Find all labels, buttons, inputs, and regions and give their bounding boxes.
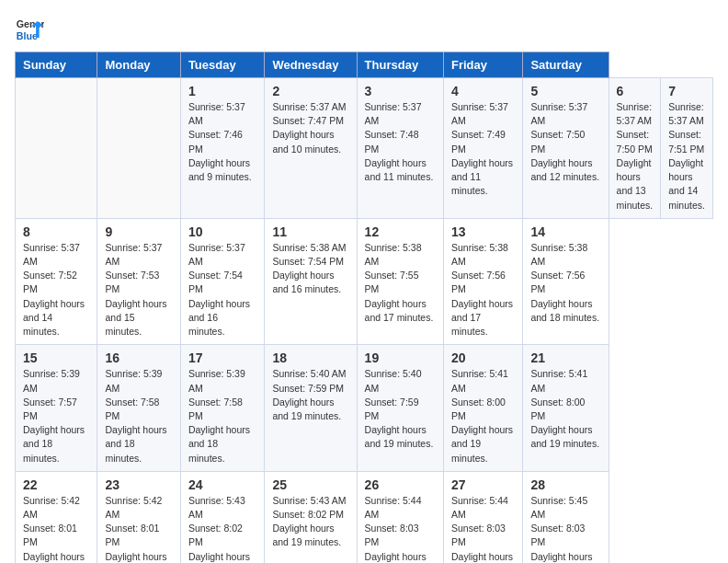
calendar-cell: 10Sunrise: 5:37 AMSunset: 7:54 PMDayligh… [180,218,265,345]
day-number: 19 [365,350,436,365]
calendar-week-3: 15Sunrise: 5:39 AMSunset: 7:57 PMDayligh… [16,345,713,472]
day-info: Sunrise: 5:37 AMSunset: 7:51 PMDaylight … [668,100,705,213]
day-info: Sunrise: 5:43 AMSunset: 8:02 PMDaylight … [272,494,348,550]
calendar-cell: 3Sunrise: 5:37 AMSunset: 7:48 PMDaylight… [357,78,443,219]
calendar-cell: 8Sunrise: 5:37 AMSunset: 7:52 PMDaylight… [16,218,97,345]
calendar-cell: 13Sunrise: 5:38 AMSunset: 7:56 PMDayligh… [444,218,523,345]
day-number: 25 [272,477,348,492]
calendar-cell: 26Sunrise: 5:44 AMSunset: 8:03 PMDayligh… [357,471,443,563]
day-info: Sunrise: 5:39 AMSunset: 7:57 PMDaylight … [23,367,89,465]
calendar-cell [97,78,180,219]
day-info: Sunrise: 5:38 AMSunset: 7:55 PMDaylight … [365,241,436,325]
column-header-sunday: Sunday [16,52,97,78]
day-number: 14 [530,224,600,239]
day-info: Sunrise: 5:43 AMSunset: 8:02 PMDaylight … [188,494,257,563]
calendar-cell: 22Sunrise: 5:42 AMSunset: 8:01 PMDayligh… [16,471,97,563]
day-number: 23 [105,477,172,492]
calendar-header-row: SundayMondayTuesdayWednesdayThursdayFrid… [16,52,713,78]
calendar-cell: 15Sunrise: 5:39 AMSunset: 7:57 PMDayligh… [16,345,97,472]
calendar-cell: 28Sunrise: 5:45 AMSunset: 8:03 PMDayligh… [523,471,609,563]
day-info: Sunrise: 5:38 AMSunset: 7:56 PMDaylight … [530,241,600,325]
column-header-tuesday: Tuesday [180,52,265,78]
day-number: 7 [668,84,705,98]
calendar-week-2: 8Sunrise: 5:37 AMSunset: 7:52 PMDaylight… [16,218,713,345]
day-number: 12 [365,224,436,239]
calendar-cell: 27Sunrise: 5:44 AMSunset: 8:03 PMDayligh… [444,471,523,563]
day-info: Sunrise: 5:37 AMSunset: 7:54 PMDaylight … [188,241,257,339]
day-number: 13 [451,224,515,239]
day-info: Sunrise: 5:44 AMSunset: 8:03 PMDaylight … [451,494,515,563]
day-info: Sunrise: 5:37 AMSunset: 7:49 PMDaylight … [451,100,515,199]
calendar-body: 1Sunrise: 5:37 AMSunset: 7:46 PMDaylight… [16,78,713,564]
day-number: 20 [451,350,515,365]
day-number: 9 [105,224,172,239]
day-number: 6 [617,84,654,98]
day-info: Sunrise: 5:39 AMSunset: 7:58 PMDaylight … [105,367,172,465]
calendar-cell: 1Sunrise: 5:37 AMSunset: 7:46 PMDaylight… [180,78,265,219]
calendar-cell: 20Sunrise: 5:41 AMSunset: 8:00 PMDayligh… [444,345,523,472]
calendar-cell: 19Sunrise: 5:40 AMSunset: 7:59 PMDayligh… [357,345,443,472]
day-number: 28 [530,477,600,492]
day-info: Sunrise: 5:41 AMSunset: 8:00 PMDaylight … [451,367,515,465]
calendar-cell: 2Sunrise: 5:37 AMSunset: 7:47 PMDaylight… [265,78,357,219]
day-info: Sunrise: 5:41 AMSunset: 8:00 PMDaylight … [530,367,600,451]
day-info: Sunrise: 5:40 AMSunset: 7:59 PMDaylight … [272,367,348,423]
calendar-cell: 14Sunrise: 5:38 AMSunset: 7:56 PMDayligh… [523,218,609,345]
calendar-cell: 24Sunrise: 5:43 AMSunset: 8:02 PMDayligh… [180,471,265,563]
day-number: 22 [23,477,89,492]
day-number: 21 [530,350,600,365]
calendar-week-1: 1Sunrise: 5:37 AMSunset: 7:46 PMDaylight… [16,78,713,219]
calendar-table: SundayMondayTuesdayWednesdayThursdayFrid… [15,52,713,563]
column-header-wednesday: Wednesday [265,52,357,78]
day-info: Sunrise: 5:40 AMSunset: 7:59 PMDaylight … [365,367,436,451]
calendar-cell: 23Sunrise: 5:42 AMSunset: 8:01 PMDayligh… [97,471,180,563]
calendar-cell: 7Sunrise: 5:37 AMSunset: 7:51 PMDaylight… [661,78,713,219]
calendar-cell: 17Sunrise: 5:39 AMSunset: 7:58 PMDayligh… [180,345,265,472]
day-number: 26 [365,477,436,492]
column-header-monday: Monday [97,52,180,78]
day-number: 15 [23,350,89,365]
column-header-friday: Friday [444,52,523,78]
calendar-cell: 5Sunrise: 5:37 AMSunset: 7:50 PMDaylight… [523,78,609,219]
day-number: 17 [188,350,257,365]
calendar-cell: 12Sunrise: 5:38 AMSunset: 7:55 PMDayligh… [357,218,443,345]
day-info: Sunrise: 5:39 AMSunset: 7:58 PMDaylight … [188,367,257,465]
calendar-cell: 18Sunrise: 5:40 AMSunset: 7:59 PMDayligh… [265,345,357,472]
logo-icon: General Blue [15,15,44,44]
calendar-cell: 6Sunrise: 5:37 AMSunset: 7:50 PMDaylight… [609,78,661,219]
day-number: 2 [272,84,348,98]
day-info: Sunrise: 5:37 AMSunset: 7:46 PMDaylight … [188,100,257,184]
day-number: 1 [188,84,257,98]
day-info: Sunrise: 5:37 AMSunset: 7:50 PMDaylight … [530,100,600,184]
column-header-thursday: Thursday [357,52,443,78]
day-info: Sunrise: 5:37 AMSunset: 7:48 PMDaylight … [365,100,436,184]
svg-text:Blue: Blue [17,30,38,41]
calendar-cell: 11Sunrise: 5:38 AMSunset: 7:54 PMDayligh… [265,218,357,345]
day-info: Sunrise: 5:42 AMSunset: 8:01 PMDaylight … [105,494,172,563]
day-number: 5 [530,84,600,98]
page-header: General Blue [15,15,713,44]
calendar-cell: 4Sunrise: 5:37 AMSunset: 7:49 PMDaylight… [444,78,523,219]
day-info: Sunrise: 5:37 AMSunset: 7:53 PMDaylight … [105,241,172,339]
day-info: Sunrise: 5:44 AMSunset: 8:03 PMDaylight … [365,494,436,563]
day-info: Sunrise: 5:37 AMSunset: 7:52 PMDaylight … [23,241,89,339]
calendar-week-4: 22Sunrise: 5:42 AMSunset: 8:01 PMDayligh… [16,471,713,563]
day-number: 24 [188,477,257,492]
calendar-cell [16,78,97,219]
day-number: 16 [105,350,172,365]
day-number: 10 [188,224,257,239]
calendar-cell: 21Sunrise: 5:41 AMSunset: 8:00 PMDayligh… [523,345,609,472]
day-info: Sunrise: 5:38 AMSunset: 7:54 PMDaylight … [272,241,348,297]
day-info: Sunrise: 5:38 AMSunset: 7:56 PMDaylight … [451,241,515,339]
day-info: Sunrise: 5:42 AMSunset: 8:01 PMDaylight … [23,494,89,563]
day-info: Sunrise: 5:37 AMSunset: 7:47 PMDaylight … [272,100,348,156]
day-number: 27 [451,477,515,492]
logo: General Blue [15,15,44,44]
day-info: Sunrise: 5:45 AMSunset: 8:03 PMDaylight … [530,494,600,563]
day-number: 3 [365,84,436,98]
day-number: 18 [272,350,348,365]
day-number: 11 [272,224,348,239]
day-info: Sunrise: 5:37 AMSunset: 7:50 PMDaylight … [617,100,654,213]
calendar-cell: 16Sunrise: 5:39 AMSunset: 7:58 PMDayligh… [97,345,180,472]
column-header-saturday: Saturday [523,52,609,78]
